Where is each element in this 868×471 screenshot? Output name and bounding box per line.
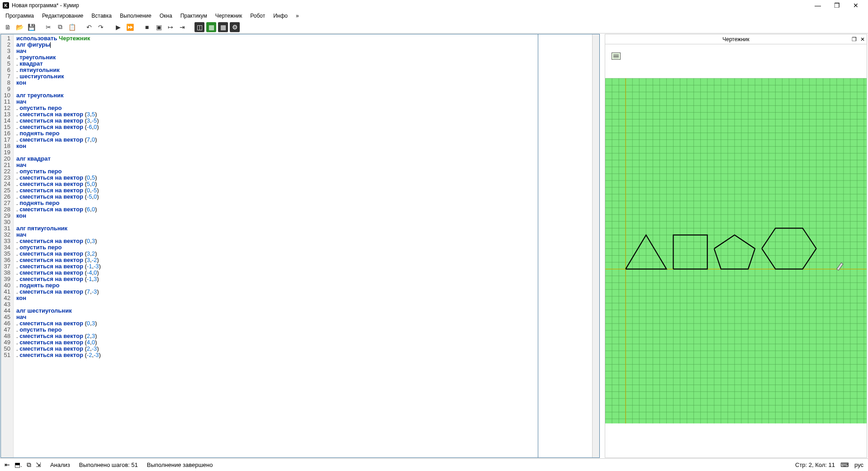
- step-into-icon[interactable]: ⇥: [177, 22, 187, 32]
- menu-item-6[interactable]: Чертежник: [212, 12, 246, 20]
- code-editor-panel: 1234567891011121314151617181920212223242…: [0, 34, 600, 458]
- layout2-icon[interactable]: ▦: [206, 22, 216, 32]
- status-icon-3[interactable]: ⧉: [27, 461, 31, 469]
- menu-item-8[interactable]: Инфо: [270, 12, 291, 20]
- save-file-icon[interactable]: 💾: [26, 22, 36, 32]
- run-fast-icon[interactable]: ⏩: [125, 22, 135, 32]
- menu-item-5[interactable]: Практикум: [177, 12, 211, 20]
- status-icon-1[interactable]: ⇤: [5, 461, 10, 469]
- toolbar: 🗎📂💾✂⧉📋↶↷▶⏩■▣↦⇥◫▦▦⚙: [0, 21, 868, 33]
- close-button[interactable]: ✕: [846, 0, 865, 11]
- svg-rect-0: [605, 78, 867, 423]
- drawer-panel: Чертежник ❐ ✕: [605, 34, 867, 458]
- app-icon: K: [3, 2, 9, 9]
- maximize-button[interactable]: ❐: [827, 0, 846, 11]
- minimize-button[interactable]: —: [808, 0, 827, 11]
- menu-bar: ПрограммаРедактированиеВставкаВыполнение…: [0, 11, 868, 21]
- drawer-title: Чертежник: [722, 36, 749, 43]
- status-keyboard-icon[interactable]: ⌨: [840, 461, 849, 468]
- layout4-icon[interactable]: ⚙: [230, 22, 240, 32]
- new-file-icon[interactable]: 🗎: [3, 22, 13, 32]
- cut-icon[interactable]: ✂: [43, 22, 53, 32]
- menu-item-2[interactable]: Вставка: [88, 12, 115, 20]
- drawer-popout-button[interactable]: ❐: [852, 36, 857, 43]
- drawer-header: Чертежник ❐ ✕: [605, 34, 867, 44]
- layout3-icon[interactable]: ▦: [218, 22, 228, 32]
- layout1-icon[interactable]: ◫: [194, 22, 204, 32]
- menu-item-0[interactable]: Программа: [2, 12, 38, 20]
- stop-icon[interactable]: ■: [142, 22, 152, 32]
- redo-icon[interactable]: ↷: [96, 22, 106, 32]
- code-content[interactable]: использовать Чертежникалг фигурынач. тре…: [14, 34, 538, 457]
- status-icon-4[interactable]: ⇲: [36, 461, 41, 469]
- status-steps: Выполнено шагов: 51: [79, 461, 138, 468]
- paste-icon[interactable]: 📋: [67, 22, 77, 32]
- canvas-menu-button[interactable]: [612, 52, 621, 60]
- drawer-close-button[interactable]: ✕: [860, 36, 865, 43]
- menu-item-3[interactable]: Выполнение: [116, 12, 155, 20]
- status-language[interactable]: рус: [854, 461, 863, 468]
- main-area: 1234567891011121314151617181920212223242…: [0, 33, 868, 458]
- menu-item-7[interactable]: Робот: [247, 12, 269, 20]
- vertical-scrollbar[interactable]: [592, 34, 599, 457]
- editor-right-margin: [538, 34, 592, 457]
- step-over-icon[interactable]: ↦: [166, 22, 175, 32]
- run-icon[interactable]: ▶: [113, 22, 123, 32]
- status-analysis[interactable]: Анализ: [50, 461, 70, 468]
- status-icon-group: ⇤ ⬒. ⧉ ⇲: [5, 461, 41, 469]
- menu-item-1[interactable]: Редактирование: [38, 12, 87, 20]
- drawer-canvas-wrap: [605, 44, 867, 457]
- status-cursor-position: Стр: 2, Кол: 11: [795, 461, 835, 468]
- title-bar: K Новая программа* - Кумир — ❐ ✕: [0, 0, 868, 11]
- window-title: Новая программа* - Кумир: [12, 2, 808, 9]
- copy-icon[interactable]: ⧉: [55, 22, 65, 32]
- menu-item-9[interactable]: »: [292, 12, 303, 20]
- menu-item-4[interactable]: Окна: [156, 12, 176, 20]
- code-editor[interactable]: 1234567891011121314151617181920212223242…: [1, 34, 538, 457]
- status-icon-2[interactable]: ⬒.: [14, 461, 22, 469]
- line-number-gutter: 1234567891011121314151617181920212223242…: [1, 34, 14, 457]
- status-finished: Выполнение завершено: [147, 461, 213, 468]
- status-bar: ⇤ ⬒. ⧉ ⇲ Анализ Выполнено шагов: 51 Выпо…: [0, 458, 868, 471]
- undo-icon[interactable]: ↶: [84, 22, 94, 32]
- drawer-canvas[interactable]: [605, 44, 867, 457]
- open-file-icon[interactable]: 📂: [14, 22, 24, 32]
- window-controls: — ❐ ✕: [808, 0, 865, 11]
- pause-icon[interactable]: ▣: [154, 22, 164, 32]
